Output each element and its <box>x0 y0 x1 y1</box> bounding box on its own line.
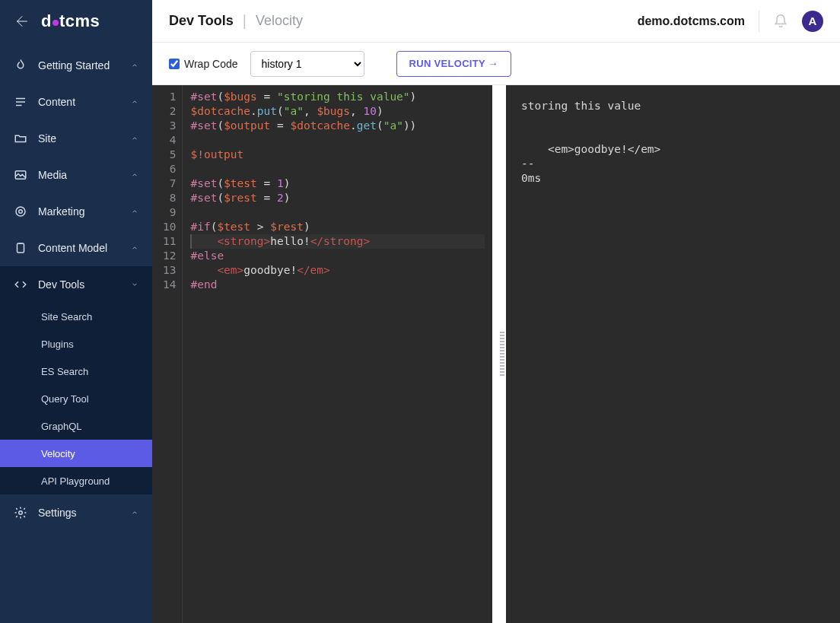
code-line[interactable]: $dotcache.put("a", $bugs, 10) <box>190 104 485 119</box>
subnav-label: GraphQL <box>41 421 81 432</box>
chevron-up-icon <box>131 135 138 142</box>
site-selector[interactable]: demo.dotcms.com <box>638 14 745 28</box>
target-icon <box>14 205 27 218</box>
subnav-site-search[interactable]: Site Search <box>0 303 152 330</box>
logo-part3: cms <box>65 11 100 31</box>
nav-getting-started[interactable]: Getting Started <box>0 47 152 84</box>
logo-dot-icon <box>52 20 59 26</box>
subnav-velocity[interactable]: Velocity <box>0 440 152 467</box>
breadcrumb-separator: | <box>243 12 247 30</box>
code-line[interactable]: <strong>hello!</strong> <box>190 234 485 249</box>
output-line: -- <box>521 157 534 170</box>
wrap-code-checkbox[interactable] <box>169 59 180 69</box>
chevron-up-icon <box>131 208 138 215</box>
gear-icon <box>14 506 27 520</box>
chevron-up-icon <box>131 171 138 179</box>
clipboard-icon <box>14 241 27 255</box>
list-icon <box>14 95 27 109</box>
topbar-right: demo.dotcms.com A <box>638 11 823 32</box>
subnav-es-search[interactable]: ES Search <box>0 358 152 385</box>
breadcrumb-root: Dev Tools <box>169 13 234 29</box>
subnav-label: Plugins <box>41 339 74 350</box>
chevron-up-icon <box>131 98 138 106</box>
code-line[interactable]: #set($bugs = "storing this value") <box>190 90 485 104</box>
code-line[interactable]: #if($test > $rest) <box>190 220 485 234</box>
nav-content[interactable]: Content <box>0 84 152 120</box>
nav-media[interactable]: Media <box>0 157 152 193</box>
output-line: <em>goodbye!</em> <box>521 143 660 155</box>
nav-label: Marketing <box>38 205 84 218</box>
dev-tools-submenu: Site Search Plugins ES Search Query Tool… <box>0 303 152 494</box>
divider <box>759 11 759 32</box>
nav: Getting Started Content Site Media Marke… <box>0 43 152 531</box>
chevron-up-icon <box>131 62 138 69</box>
code-line[interactable]: #set($output = $dotcache.get("a")) <box>190 119 485 133</box>
subnav-label: Site Search <box>41 311 92 323</box>
nav-label: Getting Started <box>38 59 110 72</box>
code-line[interactable] <box>190 133 485 148</box>
breadcrumb-leaf: Velocity <box>256 13 303 29</box>
splitter-handle[interactable] <box>498 85 506 623</box>
avatar[interactable]: A <box>802 11 823 32</box>
main: Dev Tools | Velocity demo.dotcms.com A W… <box>152 0 840 623</box>
nav-marketing[interactable]: Marketing <box>0 193 152 230</box>
code-icon <box>14 278 27 291</box>
chevron-down-icon <box>131 281 138 288</box>
nav-settings[interactable]: Settings <box>0 494 152 531</box>
nav-label: Media <box>38 169 67 181</box>
nav-dev-tools[interactable]: Dev Tools <box>0 266 152 303</box>
back-arrow-icon[interactable] <box>14 13 30 30</box>
run-velocity-button[interactable]: RUN VELOCITY → <box>396 51 511 77</box>
subnav-query-tool[interactable]: Query Tool <box>0 385 152 412</box>
code-line[interactable] <box>190 162 485 176</box>
subnav-graphql[interactable]: GraphQL <box>0 412 152 440</box>
sidebar: dtcms Getting Started Content Site Media… <box>0 0 152 623</box>
logo[interactable]: dtcms <box>41 11 100 31</box>
code-line[interactable]: #set($test = 1) <box>190 176 485 191</box>
nav-label: Content Model <box>38 242 107 254</box>
code-area[interactable]: #set($bugs = "storing this value")$dotca… <box>183 85 492 623</box>
code-line[interactable]: <em>goodbye!</em> <box>190 263 485 278</box>
nav-label: Settings <box>38 507 77 519</box>
workspace: 1234567891011121314 #set($bugs = "storin… <box>152 85 840 623</box>
nav-content-model[interactable]: Content Model <box>0 230 152 266</box>
subnav-api-playground[interactable]: API Playground <box>0 467 152 494</box>
nav-label: Dev Tools <box>38 278 84 291</box>
toolbar: Wrap Code history 1 RUN VELOCITY → <box>152 43 840 85</box>
svg-point-4 <box>19 511 23 515</box>
output-line: storing this value <box>521 100 641 112</box>
chevron-up-icon <box>131 509 138 517</box>
logo-part1: d <box>41 11 52 31</box>
nav-label: Content <box>38 96 75 108</box>
code-editor[interactable]: 1234567891011121314 #set($bugs = "storin… <box>152 85 498 623</box>
chevron-up-icon <box>131 244 138 252</box>
topbar: Dev Tools | Velocity demo.dotcms.com A <box>152 0 840 43</box>
svg-point-1 <box>16 207 25 216</box>
folder-icon <box>14 132 27 145</box>
code-line[interactable]: #else <box>190 249 485 263</box>
subnav-label: Velocity <box>41 448 75 459</box>
history-select[interactable]: history 1 <box>250 51 364 77</box>
subnav-label: Query Tool <box>41 393 89 405</box>
wrap-code-toggle[interactable]: Wrap Code <box>169 58 238 70</box>
svg-rect-3 <box>18 243 24 253</box>
subnav-plugins[interactable]: Plugins <box>0 330 152 358</box>
bell-icon[interactable] <box>773 14 788 29</box>
sidebar-header: dtcms <box>0 0 152 43</box>
svg-point-2 <box>19 210 23 214</box>
subnav-label: ES Search <box>41 366 88 377</box>
code-line[interactable]: #set($rest = 2) <box>190 191 485 205</box>
line-gutter: 1234567891011121314 <box>152 85 183 623</box>
code-line[interactable]: $!output <box>190 148 485 162</box>
image-icon <box>14 168 27 182</box>
flame-icon <box>14 59 27 72</box>
nav-label: Site <box>38 132 56 145</box>
output-line: 0ms <box>521 172 541 184</box>
code-line[interactable]: #end <box>190 278 485 292</box>
nav-site[interactable]: Site <box>0 120 152 157</box>
wrap-code-label: Wrap Code <box>184 58 238 70</box>
output-pane: storing this value <em>goodbye!</em> -- … <box>506 85 840 623</box>
code-line[interactable] <box>190 205 485 220</box>
subnav-label: API Playground <box>41 475 110 487</box>
logo-part2: t <box>59 11 65 31</box>
